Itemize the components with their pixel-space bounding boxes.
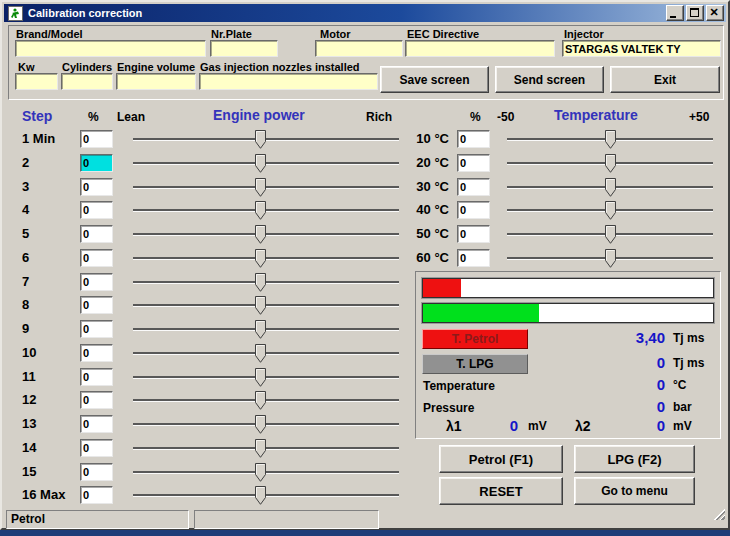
lambda2-unit: mV: [673, 419, 692, 433]
eec-input[interactable]: [405, 40, 555, 57]
slider[interactable]: [133, 273, 399, 292]
temp-row: 20 °C: [2, 154, 730, 174]
temp-percent-input[interactable]: [457, 249, 490, 267]
slider-thumb[interactable]: [255, 486, 266, 505]
slider[interactable]: [133, 320, 399, 339]
slider[interactable]: [507, 154, 713, 173]
close-button[interactable]: ✕: [706, 5, 724, 21]
slider[interactable]: [507, 249, 713, 268]
temp-percent-input[interactable]: [457, 154, 490, 172]
slider[interactable]: [133, 391, 399, 410]
titlebar[interactable]: Calibration correction ✕: [4, 4, 726, 22]
minimize-button[interactable]: [666, 5, 684, 21]
slider-track: [133, 376, 399, 379]
go-to-menu-button[interactable]: Go to menu: [574, 477, 695, 505]
t-lpg-tag[interactable]: T. LPG: [422, 354, 528, 374]
slider-thumb[interactable]: [255, 391, 266, 410]
maximize-icon: [690, 8, 699, 17]
step-percent-input[interactable]: [80, 415, 113, 433]
slider[interactable]: [507, 225, 713, 244]
step-percent-input[interactable]: [80, 463, 113, 481]
save-screen-button[interactable]: Save screen: [380, 66, 489, 93]
step-label: 11: [22, 369, 36, 384]
slider-track: [133, 281, 399, 284]
slider[interactable]: [507, 201, 713, 220]
send-screen-button[interactable]: Send screen: [495, 66, 604, 93]
motor-input[interactable]: [315, 40, 403, 57]
slider-thumb[interactable]: [605, 201, 616, 220]
petrol-level-fill: [423, 279, 461, 297]
volume-input[interactable]: [116, 73, 196, 90]
slider-thumb[interactable]: [605, 249, 616, 268]
pressure-value: 0: [598, 398, 665, 415]
slider-thumb[interactable]: [255, 368, 266, 387]
lambda2-label: λ2: [575, 418, 591, 434]
resize-grip[interactable]: [712, 507, 725, 520]
slider-thumb[interactable]: [605, 154, 616, 173]
step-percent-input[interactable]: [80, 273, 113, 291]
slider[interactable]: [133, 415, 399, 434]
slider[interactable]: [133, 486, 399, 505]
slider[interactable]: [133, 368, 399, 387]
temp-percent-input[interactable]: [457, 130, 490, 148]
step-percent-input[interactable]: [80, 439, 113, 457]
brand-input[interactable]: [15, 40, 206, 57]
temperature-readout-unit: °C: [673, 378, 686, 392]
step-percent-input[interactable]: [80, 486, 113, 504]
slider[interactable]: [507, 130, 713, 149]
nozzles-input[interactable]: [199, 73, 378, 90]
slider-thumb[interactable]: [255, 320, 266, 339]
t-petrol-tag[interactable]: T. Petrol: [422, 329, 528, 349]
slider-track: [133, 399, 399, 402]
temp-percent-input[interactable]: [457, 201, 490, 219]
slider[interactable]: [507, 178, 713, 197]
slider-thumb[interactable]: [255, 273, 266, 292]
step-percent-input[interactable]: [80, 344, 113, 362]
lpg-f2-button[interactable]: LPG (F2): [574, 445, 695, 473]
slider-thumb[interactable]: [605, 130, 616, 149]
exit-button[interactable]: Exit: [610, 66, 720, 93]
step-percent-input[interactable]: [80, 368, 113, 386]
temp-percent-input[interactable]: [457, 178, 490, 196]
slider-track: [133, 471, 399, 474]
step-percent-input[interactable]: [80, 296, 113, 314]
step-percent-input[interactable]: [80, 320, 113, 338]
slider[interactable]: [133, 344, 399, 363]
lpg-level-bar: [422, 303, 714, 323]
statusbar-mode-panel: Petrol: [6, 510, 189, 529]
nrplate-input[interactable]: [210, 40, 278, 57]
minimize-icon: [670, 16, 676, 18]
step-label: 9: [22, 321, 29, 336]
step-percent-input[interactable]: [80, 391, 113, 409]
slider[interactable]: [133, 296, 399, 315]
t-lpg-unit: Tj ms: [673, 356, 704, 370]
slider-track: [133, 328, 399, 331]
eec-label: EEC Directive: [407, 28, 479, 40]
cylinders-label: Cylinders: [62, 61, 112, 73]
t-lpg-value: 0: [598, 354, 665, 371]
temperature-readout-value: 0: [598, 376, 665, 393]
petrol-f1-button[interactable]: Petrol (F1): [439, 445, 563, 473]
cylinders-input[interactable]: [61, 73, 113, 90]
maximize-button[interactable]: [686, 5, 704, 21]
slider-thumb[interactable]: [605, 178, 616, 197]
engine-power-title: Engine power: [213, 107, 305, 123]
slider-thumb[interactable]: [605, 225, 616, 244]
temp-label: 10 °C: [407, 131, 449, 146]
slider-thumb[interactable]: [255, 296, 266, 315]
slider-thumb[interactable]: [255, 415, 266, 434]
step-label: 12: [22, 392, 36, 407]
temp-percent-input[interactable]: [457, 225, 490, 243]
slider[interactable]: [133, 439, 399, 458]
slider-thumb[interactable]: [255, 439, 266, 458]
slider-thumb[interactable]: [255, 463, 266, 482]
slider-thumb[interactable]: [255, 344, 266, 363]
slider[interactable]: [133, 463, 399, 482]
slider-track: [133, 304, 399, 307]
reset-button[interactable]: RESET: [439, 477, 563, 505]
injector-input[interactable]: [562, 40, 721, 57]
t-petrol-value: 3,40: [598, 329, 665, 346]
fuel-mode-status: Petrol: [11, 512, 45, 526]
kw-input[interactable]: [15, 73, 58, 90]
desktop-background-strip: [0, 530, 730, 536]
